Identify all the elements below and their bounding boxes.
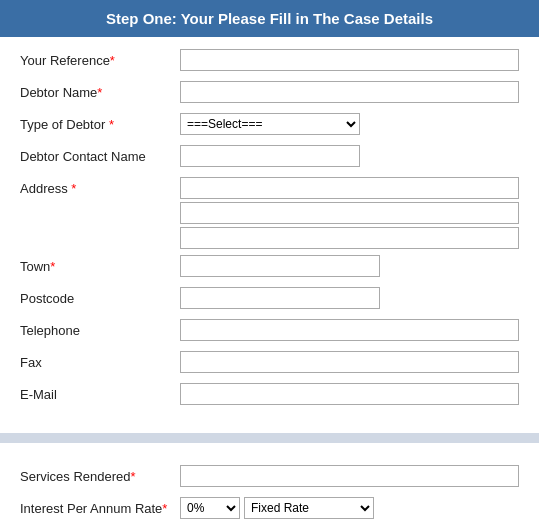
fax-input[interactable] — [180, 351, 519, 373]
required-star: * — [162, 501, 167, 516]
row-telephone: Telephone — [20, 319, 519, 345]
row-fax: Fax — [20, 351, 519, 377]
row-postcode: Postcode — [20, 287, 519, 313]
label-your-reference: Your Reference* — [20, 49, 180, 68]
label-fax: Fax — [20, 351, 180, 370]
page-header: Step One: Your Please Fill in The Case D… — [0, 0, 539, 37]
row-interest-per-annum: Interest Per Annum Rate* 0% 1% 2% 3% 4% … — [20, 497, 519, 520]
required-star: * — [131, 469, 136, 484]
label-debtor-contact-name: Debtor Contact Name — [20, 145, 180, 164]
type-of-debtor-select[interactable]: ===Select=== Individual Company Sole Tra… — [180, 113, 360, 135]
label-telephone: Telephone — [20, 319, 180, 338]
label-town: Town* — [20, 255, 180, 274]
row-email: E-Mail — [20, 383, 519, 409]
input-wrap-fax — [180, 351, 519, 373]
address-line3-input[interactable] — [180, 227, 519, 249]
input-wrap-email — [180, 383, 519, 405]
form-section-main: Your Reference* Debtor Name* Type of Deb… — [0, 37, 539, 423]
input-wrap-debtor-contact-name — [180, 145, 519, 167]
input-wrap-telephone — [180, 319, 519, 341]
row-services-rendered: Services Rendered* — [20, 465, 519, 491]
address-line1-input[interactable] — [180, 177, 519, 199]
label-debtor-name: Debtor Name* — [20, 81, 180, 100]
row-town: Town* — [20, 255, 519, 281]
required-star: * — [109, 117, 114, 132]
required-star: * — [110, 53, 115, 68]
address-line2-input[interactable] — [180, 202, 519, 224]
input-wrap-interest-per-annum: 0% 1% 2% 3% 4% 5% 6% 7% 8% 9% 10% Fixed … — [180, 497, 519, 519]
town-input[interactable] — [180, 255, 380, 277]
row-type-of-debtor: Type of Debtor * ===Select=== Individual… — [20, 113, 519, 139]
label-email: E-Mail — [20, 383, 180, 402]
row-your-reference: Your Reference* — [20, 49, 519, 75]
form-section-financial: Services Rendered* Interest Per Annum Ra… — [0, 453, 539, 520]
email-input[interactable] — [180, 383, 519, 405]
input-wrap-address — [180, 177, 519, 249]
required-star: * — [71, 181, 76, 196]
postcode-input[interactable] — [180, 287, 380, 309]
interest-inline-row: 0% 1% 2% 3% 4% 5% 6% 7% 8% 9% 10% Fixed … — [180, 497, 519, 519]
input-wrap-your-reference — [180, 49, 519, 71]
input-wrap-services-rendered — [180, 465, 519, 487]
your-reference-input[interactable] — [180, 49, 519, 71]
label-address: Address * — [20, 177, 180, 196]
row-debtor-contact-name: Debtor Contact Name — [20, 145, 519, 171]
section-divider — [0, 433, 539, 443]
interest-type-select[interactable]: Fixed Rate Variable Rate — [244, 497, 374, 519]
label-interest-per-annum: Interest Per Annum Rate* — [20, 497, 180, 516]
interest-rate-select[interactable]: 0% 1% 2% 3% 4% 5% 6% 7% 8% 9% 10% — [180, 497, 240, 519]
input-wrap-town — [180, 255, 519, 277]
label-type-of-debtor: Type of Debtor * — [20, 113, 180, 132]
label-postcode: Postcode — [20, 287, 180, 306]
debtor-name-input[interactable] — [180, 81, 519, 103]
telephone-input[interactable] — [180, 319, 519, 341]
input-wrap-postcode — [180, 287, 519, 309]
input-wrap-debtor-name — [180, 81, 519, 103]
required-star: * — [97, 85, 102, 100]
services-rendered-input[interactable] — [180, 465, 519, 487]
input-wrap-type-of-debtor: ===Select=== Individual Company Sole Tra… — [180, 113, 519, 135]
row-address: Address * — [20, 177, 519, 249]
row-debtor-name: Debtor Name* — [20, 81, 519, 107]
required-star: * — [50, 259, 55, 274]
label-services-rendered: Services Rendered* — [20, 465, 180, 484]
debtor-contact-name-input[interactable] — [180, 145, 360, 167]
